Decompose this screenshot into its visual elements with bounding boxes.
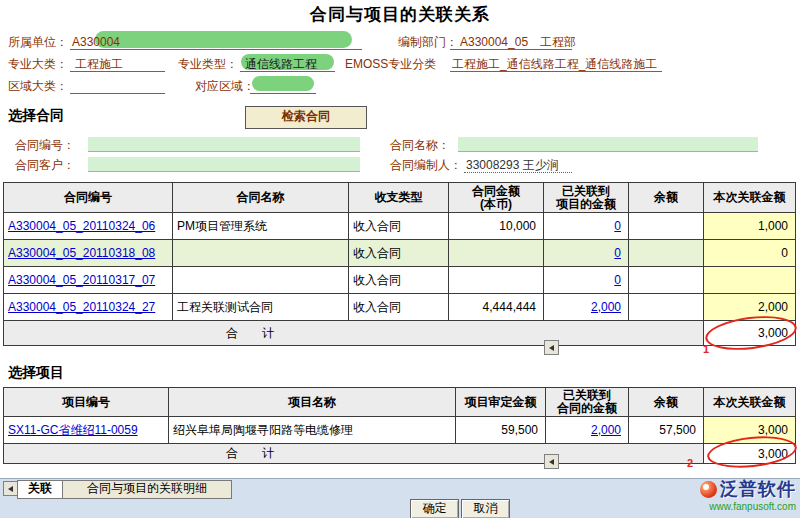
- fanpu-logo-icon: [700, 481, 717, 498]
- contract-linked-cell: 0: [544, 240, 629, 267]
- project-no-cell: SX11-GC省维绍11-0059: [4, 417, 169, 444]
- project-col-name: 项目名称: [169, 388, 456, 417]
- contract-balance-cell: [629, 240, 704, 267]
- ok-button[interactable]: 确定: [410, 499, 459, 518]
- contract-linked-link[interactable]: 0: [614, 273, 621, 287]
- contract-no-cell: A330004_05_20110317_07: [4, 267, 173, 294]
- dept-value: A330004_05 工程部: [460, 35, 576, 49]
- project-approved-cell: 59,500: [456, 417, 546, 444]
- project-col-current: 本次关联金额: [704, 388, 796, 417]
- contract-type-cell: 收入合同: [349, 294, 449, 321]
- project-linked-link[interactable]: 2,000: [591, 423, 621, 437]
- project-table-row: SX11-GC省维绍11-0059 绍兴阜埠局陶堰寻阳路等电缆修理 59,500…: [4, 417, 796, 444]
- project-linked-cell: 2,000: [546, 417, 629, 444]
- contract-col-type: 收支类型: [349, 183, 449, 213]
- contract-linked-link[interactable]: 0: [614, 246, 621, 260]
- contract-no-link[interactable]: A330004_05_20110317_07: [8, 273, 155, 287]
- project-table-footer-row: 合 计 3,000: [4, 444, 796, 464]
- project-name-cell: 绍兴阜埠局陶堰寻阳路等电缆修理: [169, 417, 456, 444]
- project-table: 项目编号 项目名称 项目审定金额 已关联到 合同的金额 余额 本次关联金额 SX…: [3, 387, 796, 464]
- contract-balance-cell: [629, 213, 704, 240]
- tab-scroll-left[interactable]: [3, 481, 18, 496]
- contract-no-cell: A330004_05_20110324_06: [4, 213, 173, 240]
- contract-table-row: A330004_05_20110318_08 收入合同 0 0: [4, 240, 796, 267]
- contract-type-cell: 收入合同: [349, 213, 449, 240]
- cancel-button[interactable]: 取消: [461, 499, 510, 518]
- contract-balance-cell: [629, 294, 704, 321]
- major-category-label: 专业大类：: [8, 57, 68, 71]
- project-total-label: 合 计: [4, 444, 704, 464]
- tab-association[interactable]: 关联: [17, 480, 63, 499]
- contract-col-name: 合同名称: [173, 183, 349, 213]
- project-col-approved: 项目审定金额: [456, 388, 546, 417]
- contract-name-cell: [173, 240, 349, 267]
- owner-unit-value: A330004: [72, 35, 120, 49]
- contract-table-row: A330004_05_20110317_07 收入合同 0: [4, 267, 796, 294]
- project-col-no: 项目编号: [4, 388, 169, 417]
- major-category-value: 工程施工: [75, 57, 123, 71]
- highlight-marker-owner-unit: [95, 31, 352, 48]
- contract-linked-cell: 2,000: [544, 294, 629, 321]
- region-label: 对应区域：: [195, 79, 255, 93]
- contract-customer-label: 合同客户：: [15, 158, 75, 172]
- contract-total-label: 合 计: [4, 321, 704, 346]
- contract-current-amount-cell[interactable]: 0: [704, 240, 796, 267]
- contract-no-link[interactable]: A330004_05_20110318_08: [8, 246, 155, 260]
- contract-col-linked: 已关联到 项目的金额: [544, 183, 629, 213]
- contract-linked-link[interactable]: 2,000: [591, 300, 621, 314]
- field-underline: [250, 93, 316, 94]
- contract-no-cell: A330004_05_20110318_08: [4, 240, 173, 267]
- contract-col-amount: 合同金额 (本币): [449, 183, 544, 213]
- contract-no-input[interactable]: [88, 137, 360, 152]
- major-type-label: 专业类型：: [178, 57, 238, 71]
- contract-customer-input[interactable]: [88, 157, 360, 172]
- field-underline: [464, 172, 572, 173]
- contract-amount-cell: [449, 240, 544, 267]
- contract-table-footer-row: 合 计 3,000: [4, 321, 796, 346]
- contract-name-cell: 工程关联测试合同: [173, 294, 349, 321]
- contract-current-amount-cell[interactable]: [704, 267, 796, 294]
- contract-current-amount-cell[interactable]: 1,000: [704, 213, 796, 240]
- tab-association-detail[interactable]: 合同与项目的关联明细: [62, 480, 232, 499]
- region-category-label: 区域大类：: [8, 79, 68, 93]
- field-underline: [70, 49, 362, 50]
- contract-table-row: A330004_05_20110324_27 工程关联测试合同 收入合同 4,4…: [4, 294, 796, 321]
- contract-amount-cell: 10,000: [449, 213, 544, 240]
- contract-no-link[interactable]: A330004_05_20110324_27: [8, 300, 155, 314]
- contract-amount-cell: [449, 267, 544, 294]
- fanpu-logo-site: www.fanpusoft.com: [648, 501, 796, 512]
- contract-col-balance: 余额: [629, 183, 704, 213]
- project-table-scroll-left[interactable]: [544, 454, 559, 469]
- field-underline: [450, 71, 662, 72]
- page-title: 合同与项目的关联关系: [0, 3, 800, 26]
- project-section-title: 选择项目: [8, 364, 64, 382]
- annotation-mark-2: 2: [687, 457, 693, 469]
- contract-table: 合同编号 合同名称 收支类型 合同金额 (本币) 已关联到 项目的金额 余额 本…: [3, 182, 796, 346]
- search-contract-button[interactable]: 检索合同: [245, 106, 367, 129]
- field-underline: [450, 49, 572, 50]
- contract-linked-cell: 0: [544, 267, 629, 294]
- contract-table-row: A330004_05_20110324_06 PM项目管理系统 收入合同 10,…: [4, 213, 796, 240]
- dept-label: 编制部门：: [398, 35, 458, 49]
- contract-col-no: 合同编号: [4, 183, 173, 213]
- contract-table-header-row: 合同编号 合同名称 收支类型 合同金额 (本币) 已关联到 项目的金额 余额 本…: [4, 183, 796, 213]
- contract-type-cell: 收入合同: [349, 240, 449, 267]
- scroll-left-icon: [549, 459, 554, 465]
- contract-no-link[interactable]: A330004_05_20110324_06: [8, 219, 155, 233]
- annotation-mark-1: 1: [703, 343, 709, 355]
- contract-col-current: 本次关联金额: [704, 183, 796, 213]
- project-no-link[interactable]: SX11-GC省维绍11-0059: [8, 423, 138, 437]
- contract-project-association-window: 合同与项目的关联关系 所属单位： A330004 编制部门： A330004_0…: [0, 0, 800, 518]
- project-col-balance: 余额: [629, 388, 704, 417]
- contract-name-cell: [173, 267, 349, 294]
- contract-type-cell: 收入合同: [349, 267, 449, 294]
- contract-linked-link[interactable]: 0: [614, 219, 621, 233]
- contract-no-label: 合同编号：: [15, 138, 75, 152]
- field-underline: [70, 93, 165, 94]
- contract-linked-cell: 0: [544, 213, 629, 240]
- scroll-left-icon: [8, 486, 13, 492]
- emoss-category-label: EMOSS专业分类: [345, 57, 436, 71]
- major-type-value: 通信线路工程: [245, 57, 317, 71]
- contract-table-scroll-left[interactable]: [544, 340, 559, 355]
- contract-name-input[interactable]: [458, 137, 758, 152]
